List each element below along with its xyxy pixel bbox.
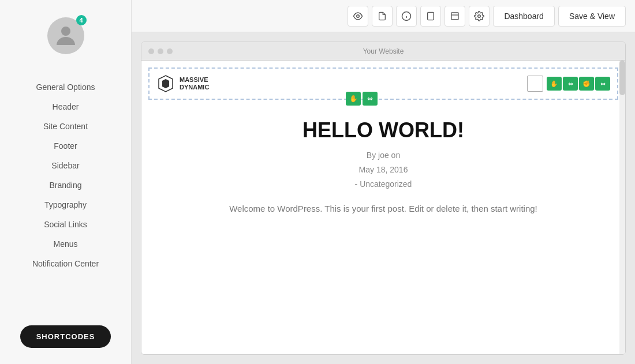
post-body: Welcome to WordPress. This is your first…: [176, 204, 591, 213]
resize-icon-button[interactable]: ⇔: [563, 77, 578, 91]
post-meta-line1: By joe on: [176, 148, 591, 163]
logo-area: MASSIVE DYNAMIC: [156, 74, 209, 93]
post-meta: By joe on May 18, 2016 - Uncategorized: [176, 148, 591, 192]
preview-icon-button[interactable]: [348, 6, 368, 27]
avatar-wrap: 4: [47, 17, 84, 54]
arrow-right-icon-button[interactable]: ⇔: [363, 92, 378, 106]
sidebar-item-general-options[interactable]: General Options: [0, 77, 131, 97]
sidebar-item-typography[interactable]: Typography: [0, 195, 131, 215]
header-placeholder-box: [527, 76, 543, 92]
sidebar-item-branding[interactable]: Branding: [0, 175, 131, 195]
site-header-preview: MASSIVE DYNAMIC ✋ ⇔ ✋ ⇔: [148, 67, 618, 100]
browser-dots: [148, 48, 173, 54]
page-icon-button[interactable]: [444, 6, 465, 27]
header-right-controls: ✋ ⇔ ✊ ⇔: [527, 76, 610, 92]
svg-point-0: [61, 27, 70, 36]
user-icon: [52, 22, 80, 50]
document-icon-button[interactable]: [372, 6, 393, 27]
double-arrow-icon-button[interactable]: ⇔: [595, 77, 610, 91]
dot-yellow: [158, 48, 163, 54]
sidebar: 4 General OptionsHeaderSite ContentFoote…: [0, 0, 132, 364]
shortcodes-button[interactable]: SHORTCODES: [20, 325, 111, 348]
svg-rect-5: [428, 12, 434, 20]
tablet-icon-button[interactable]: [420, 6, 441, 27]
logo-icon: [156, 74, 175, 93]
sidebar-item-header[interactable]: Header: [0, 97, 131, 117]
dot-green: [167, 48, 173, 54]
save-view-button[interactable]: Save & View: [558, 6, 626, 27]
scrollbar-thumb[interactable]: [619, 61, 625, 95]
grab-icon-button[interactable]: ✊: [579, 77, 594, 91]
browser-window: Your Website MASSIVE DYNAMIC: [141, 42, 626, 355]
browser-area: Your Website MASSIVE DYNAMIC: [132, 32, 635, 364]
hand-right-icon-button[interactable]: ✋: [547, 77, 562, 91]
logo-text: MASSIVE DYNAMIC: [180, 76, 209, 91]
main-area: Dashboard Save & View Your Website: [132, 0, 635, 364]
sidebar-item-notification-center[interactable]: Notification Center: [0, 254, 131, 273]
browser-url-label: Your Website: [363, 47, 404, 55]
settings-icon-button[interactable]: [469, 6, 490, 27]
post-meta-line2: May 18, 2016: [176, 163, 591, 177]
browser-content: MASSIVE DYNAMIC ✋ ⇔ ✋ ⇔: [141, 61, 625, 354]
svg-rect-7: [451, 13, 458, 20]
sidebar-item-menus[interactable]: Menus: [0, 234, 131, 254]
browser-titlebar: Your Website: [141, 42, 625, 61]
nav-list: General OptionsHeaderSite ContentFooterS…: [0, 77, 131, 273]
dashboard-button[interactable]: Dashboard: [493, 6, 555, 27]
svg-point-9: [478, 14, 481, 17]
svg-marker-11: [162, 79, 169, 88]
scrollbar-track[interactable]: [619, 61, 625, 354]
post-title: HELLO WORLD!: [176, 118, 591, 142]
sidebar-item-sidebar[interactable]: Sidebar: [0, 156, 131, 175]
toolbar: Dashboard Save & View: [132, 0, 635, 32]
post-meta-line3: - Uncategorized: [176, 177, 591, 192]
notification-badge: 4: [76, 15, 87, 25]
sidebar-item-site-content[interactable]: Site Content: [0, 117, 131, 136]
dot-red: [148, 48, 154, 54]
hand-icon-button[interactable]: ✋: [346, 92, 361, 106]
svg-point-1: [357, 14, 360, 17]
sidebar-item-social-links[interactable]: Social Links: [0, 215, 131, 234]
info-icon-button[interactable]: [396, 6, 417, 27]
sidebar-item-footer[interactable]: Footer: [0, 136, 131, 156]
post-content: HELLO WORLD! By joe on May 18, 2016 - Un…: [141, 107, 625, 225]
